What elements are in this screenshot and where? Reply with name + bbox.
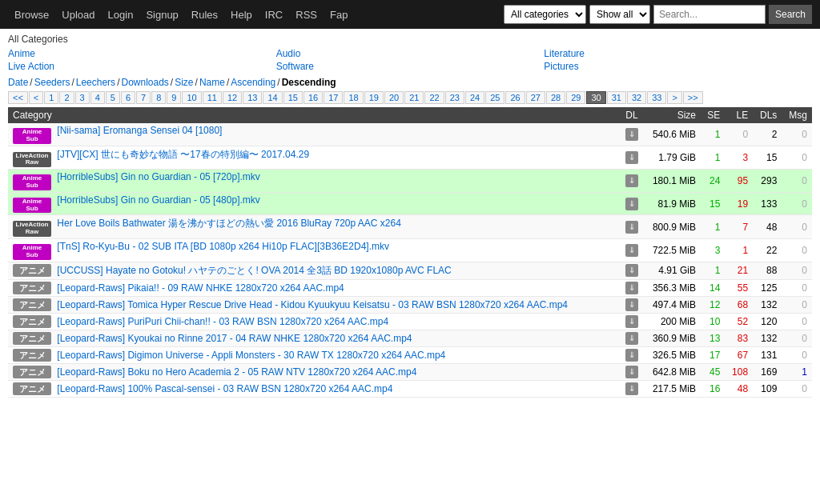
- sort-leechers[interactable]: Leechers: [76, 77, 115, 88]
- search-button[interactable]: Search: [769, 5, 812, 24]
- page-23[interactable]: 23: [445, 91, 464, 104]
- torrent-title-link[interactable]: [Leopard-Raws] Pikaia!! - 09 RAW NHKE 12…: [57, 282, 344, 294]
- page-3[interactable]: 3: [75, 91, 90, 104]
- torrent-dl[interactable]: ⇓: [621, 380, 643, 397]
- torrent-dl[interactable]: ⇓: [621, 146, 643, 170]
- nav-rules[interactable]: Rules: [185, 6, 224, 24]
- torrent-dl[interactable]: ⇓: [621, 346, 643, 363]
- page-2[interactable]: 2: [59, 91, 74, 104]
- torrent-dl[interactable]: ⇓: [621, 313, 643, 330]
- show-select[interactable]: Show all: [589, 5, 650, 24]
- page-5[interactable]: 5: [106, 91, 120, 104]
- torrent-title-link[interactable]: [Leopard-Raws] PuriPuri Chii-chan!! - 03…: [57, 316, 388, 327]
- download-icon[interactable]: ⇓: [625, 221, 638, 234]
- download-icon[interactable]: ⇓: [625, 198, 638, 210]
- download-icon[interactable]: ⇓: [625, 382, 638, 395]
- page-31[interactable]: 31: [607, 91, 626, 104]
- torrent-dl[interactable]: ⇓: [621, 170, 643, 193]
- nav-login[interactable]: Login: [102, 6, 140, 24]
- page-14[interactable]: 14: [263, 91, 282, 104]
- download-icon[interactable]: ⇓: [625, 315, 638, 328]
- page-19[interactable]: 19: [364, 91, 384, 104]
- torrent-title-link[interactable]: [TnS] Ro-Kyu-Bu - 02 SUB ITA [BD 1080p x…: [57, 241, 389, 252]
- page-22[interactable]: 22: [424, 91, 444, 104]
- page-16[interactable]: 16: [303, 91, 323, 104]
- nav-browse[interactable]: Browse: [8, 6, 55, 24]
- sort-date[interactable]: Date: [8, 77, 28, 88]
- page-4[interactable]: 4: [90, 91, 105, 104]
- download-icon[interactable]: ⇓: [625, 366, 638, 378]
- page-next[interactable]: >: [667, 91, 681, 104]
- download-icon[interactable]: ⇓: [625, 298, 638, 311]
- torrent-dl[interactable]: ⇓: [621, 330, 643, 346]
- download-icon[interactable]: ⇓: [625, 128, 638, 141]
- all-categories-link[interactable]: All Categories: [8, 34, 812, 45]
- page-30[interactable]: 30: [586, 91, 605, 104]
- page-20[interactable]: 20: [384, 91, 404, 104]
- page-29[interactable]: 29: [566, 91, 585, 104]
- sort-name[interactable]: Name: [199, 77, 225, 88]
- sort-downloads[interactable]: Downloads: [121, 77, 168, 88]
- cat-anime[interactable]: Anime: [8, 48, 276, 59]
- page-24[interactable]: 24: [465, 91, 484, 104]
- page-1[interactable]: 1: [44, 91, 58, 104]
- torrent-dl[interactable]: ⇓: [621, 262, 643, 279]
- download-icon[interactable]: ⇓: [625, 349, 638, 362]
- page-27[interactable]: 27: [526, 91, 545, 104]
- torrent-dl[interactable]: ⇓: [621, 215, 643, 239]
- category-select[interactable]: All categories: [504, 5, 586, 24]
- page-6[interactable]: 6: [121, 91, 135, 104]
- page-next-next[interactable]: >>: [683, 91, 703, 104]
- download-icon[interactable]: ⇓: [625, 282, 638, 294]
- page-prev[interactable]: <: [29, 91, 43, 104]
- download-icon[interactable]: ⇓: [625, 244, 638, 257]
- torrent-title-link[interactable]: [Leopard-Raws] 100% Pascal-sensei - 03 R…: [57, 383, 392, 394]
- page-10[interactable]: 10: [182, 91, 201, 104]
- torrent-title-link[interactable]: [HorribleSubs] Gin no Guardian - 05 [480…: [57, 194, 259, 206]
- torrent-dl[interactable]: ⇓: [621, 363, 643, 380]
- nav-signup[interactable]: Signup: [139, 6, 184, 24]
- download-icon[interactable]: ⇓: [625, 151, 638, 164]
- page-12[interactable]: 12: [223, 91, 242, 104]
- page-32[interactable]: 32: [627, 91, 646, 104]
- page-28[interactable]: 28: [546, 91, 565, 104]
- cat-software[interactable]: Software: [276, 61, 545, 72]
- page-26[interactable]: 26: [505, 91, 525, 104]
- cat-literature[interactable]: Literature: [544, 48, 812, 59]
- torrent-title-link[interactable]: [UCCUSS] Hayate no Gotoku! ハヤテのごとく! OVA …: [57, 265, 451, 276]
- torrent-dl[interactable]: ⇓: [621, 192, 643, 215]
- download-icon[interactable]: ⇓: [625, 264, 638, 277]
- sort-size[interactable]: Size: [175, 77, 193, 88]
- nav-fap[interactable]: Fap: [324, 6, 354, 24]
- torrent-dl[interactable]: ⇓: [621, 279, 643, 296]
- torrent-title-link[interactable]: [Nii-sama] Eromanga Sensei 04 [1080]: [57, 125, 222, 136]
- cat-audio[interactable]: Audio: [276, 48, 545, 59]
- page-25[interactable]: 25: [485, 91, 504, 104]
- page-15[interactable]: 15: [283, 91, 303, 104]
- torrent-dl[interactable]: ⇓: [621, 123, 643, 146]
- torrent-title-link[interactable]: Her Love Boils Bathwater 湯を沸かすほどの熱い愛 201…: [57, 218, 401, 229]
- page-8[interactable]: 8: [151, 91, 166, 104]
- torrent-title-link[interactable]: [Leopard-Raws] Boku no Hero Academia 2 -…: [57, 366, 416, 378]
- sort-ascending[interactable]: Ascending: [231, 77, 275, 88]
- page-9[interactable]: 9: [167, 91, 181, 104]
- page-33[interactable]: 33: [647, 91, 666, 104]
- download-icon[interactable]: ⇓: [625, 174, 638, 187]
- cat-pictures[interactable]: Pictures: [544, 61, 812, 72]
- cat-live-action[interactable]: Live Action: [8, 61, 276, 72]
- page-prev-prev[interactable]: <<: [8, 91, 28, 104]
- nav-upload[interactable]: Upload: [55, 6, 101, 24]
- sort-seeders[interactable]: Seeders: [34, 77, 70, 88]
- torrent-dl[interactable]: ⇓: [621, 238, 643, 262]
- nav-irc[interactable]: IRC: [259, 6, 289, 24]
- nav-rss[interactable]: RSS: [289, 6, 324, 24]
- torrent-title-link[interactable]: [Leopard-Raws] Tomica Hyper Rescue Drive…: [57, 299, 568, 310]
- download-icon[interactable]: ⇓: [625, 332, 638, 345]
- page-11[interactable]: 11: [203, 91, 222, 104]
- search-input[interactable]: [653, 5, 766, 24]
- torrent-title-link[interactable]: [HorribleSubs] Gin no Guardian - 05 [720…: [57, 171, 259, 182]
- torrent-title-link[interactable]: [Leopard-Raws] Digimon Universe - Appli …: [57, 350, 445, 361]
- torrent-dl[interactable]: ⇓: [621, 296, 643, 313]
- page-21[interactable]: 21: [404, 91, 424, 104]
- torrent-title-link[interactable]: [JTV][CX] 世にも奇妙な物語 〜17春の特別編〜 2017.04.29: [57, 149, 309, 160]
